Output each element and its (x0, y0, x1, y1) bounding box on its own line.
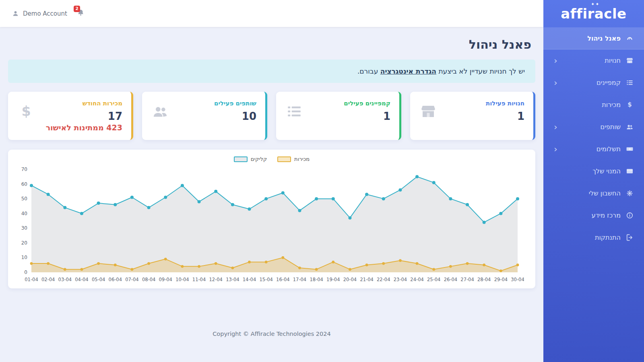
list-icon (626, 79, 634, 86)
svg-text:30-04: 30-04 (511, 277, 524, 282)
svg-text:07-04: 07-04 (125, 277, 138, 282)
legend-label: מכירות (294, 156, 310, 162)
logo-sparkles-icon: ✦✦ (591, 2, 600, 7)
users-icon (151, 103, 169, 120)
svg-text:15-04: 15-04 (259, 277, 272, 282)
sidebar-item-label: מרכז מידע (592, 212, 621, 219)
chart-area: 01020304050607001-0402-0403-0404-0405-04… (13, 164, 530, 286)
main-content: פאנל ניהול יש לך חנויות שעדיין לא ביצעת … (0, 27, 543, 362)
clicks-sales-line-chart: 01020304050607001-0402-0403-0404-0405-04… (14, 164, 524, 284)
page-title: פאנל ניהול (0, 27, 543, 59)
legend-swatch (234, 156, 248, 162)
svg-text:50: 50 (21, 196, 27, 202)
notifications-button[interactable]: 2 (77, 9, 85, 18)
stat-card-monthly-sales: מכירות החודש17423 ממתינות לאישור$ (8, 92, 133, 140)
svg-text:30: 30 (21, 225, 27, 231)
stat-card-active-partners: שותפים פעילים10 (142, 92, 267, 140)
users-icon (626, 123, 634, 131)
svg-text:$: $ (21, 103, 31, 119)
svg-text:03-04: 03-04 (58, 277, 72, 282)
alert-text-before: יש לך חנויות שעדיין לא ביצעת (436, 67, 525, 75)
money-icon (626, 145, 634, 153)
integration-settings-link[interactable]: הגדרת אינטגרציה (380, 67, 436, 75)
info-icon (626, 212, 634, 219)
chevron-left-icon: ‹ (554, 145, 557, 154)
logo[interactable]: ✦✦ affiracle (543, 0, 644, 27)
svg-text:06-04: 06-04 (109, 277, 122, 282)
sidebar-item-my-account[interactable]: החשבון שלי (543, 182, 644, 204)
user-icon (12, 10, 19, 17)
dollar-icon: $ (626, 101, 634, 109)
svg-text:70: 70 (21, 167, 27, 172)
store-icon (626, 57, 634, 64)
alert-text-after: עבורם. (357, 67, 380, 75)
svg-text:28-04: 28-04 (477, 277, 491, 282)
svg-text:14-04: 14-04 (243, 277, 256, 282)
account-label: Demo Account (23, 10, 67, 17)
store-icon (419, 103, 438, 120)
svg-text:20: 20 (21, 240, 27, 246)
stat-card-active-campaigns: קמפיינים פעילים1 (276, 92, 401, 140)
svg-text:01-04: 01-04 (25, 277, 38, 282)
svg-text:18-04: 18-04 (310, 277, 323, 282)
svg-text:08-04: 08-04 (142, 277, 155, 282)
svg-text:10: 10 (21, 255, 27, 260)
svg-text:17-04: 17-04 (293, 277, 306, 282)
sidebar-item-info-center[interactable]: מרכז מידע (543, 204, 644, 226)
sidebar-item-stores[interactable]: חנויות‹ (543, 49, 644, 72)
legend-item-0[interactable]: קליקים (234, 156, 267, 162)
stat-card-subtext: 423 ממתינות לאישור (17, 123, 122, 132)
stat-card-active-stores: חנויות פעילות1 (410, 92, 535, 140)
sidebar-item-label: מכירות (602, 101, 621, 109)
logo-text: affiracle (561, 6, 626, 22)
sidebar-item-logout[interactable]: התנתקות (543, 226, 644, 249)
svg-text:11-04: 11-04 (192, 277, 206, 282)
footer-copyright: Copyright © Affiracle Technologies 2024 (0, 331, 543, 337)
sidebar: ✦✦ affiracle פאנל ניהולחנויות‹קמפיינים‹$… (543, 0, 644, 362)
card-icon (626, 167, 634, 175)
svg-text:24-04: 24-04 (410, 277, 423, 282)
svg-text:21-04: 21-04 (360, 277, 373, 282)
sidebar-item-label: המנוי שלך (592, 167, 621, 175)
gear-icon (626, 189, 634, 197)
svg-text:05-04: 05-04 (92, 277, 105, 282)
svg-text:29-04: 29-04 (494, 277, 508, 282)
svg-text:02-04: 02-04 (41, 277, 55, 282)
sidebar-item-label: שותפים (601, 123, 621, 131)
notification-badge: 2 (74, 6, 80, 12)
svg-text:23-04: 23-04 (394, 277, 407, 282)
logout-icon (626, 234, 634, 241)
chevron-left-icon: ‹ (554, 123, 557, 132)
chart-legend: קליקיםמכירות (13, 156, 530, 162)
sidebar-item-label: פאנל ניהול (587, 35, 621, 42)
svg-text:40: 40 (21, 211, 27, 216)
sidebar-menu: פאנל ניהולחנויות‹קמפיינים‹$מכירותשותפים‹… (543, 27, 644, 249)
legend-swatch (277, 156, 291, 162)
svg-text:60: 60 (21, 181, 27, 187)
svg-text:20-04: 20-04 (343, 277, 357, 282)
sidebar-item-label: חנויות (605, 57, 621, 64)
sidebar-item-payments[interactable]: תשלומים‹ (543, 138, 644, 160)
sidebar-item-label: התנתקות (595, 234, 621, 241)
svg-text:27-04: 27-04 (460, 277, 474, 282)
svg-text:16-04: 16-04 (276, 277, 289, 282)
chart-card: קליקיםמכירות 01020304050607001-0402-0403… (8, 150, 535, 288)
sidebar-item-sales[interactable]: $מכירות (543, 94, 644, 116)
sidebar-item-dashboard[interactable]: פאנל ניהול (543, 27, 644, 49)
svg-text:04-04: 04-04 (75, 277, 88, 282)
svg-text:12-04: 12-04 (209, 277, 222, 282)
sidebar-item-subscription[interactable]: המנוי שלך (543, 160, 644, 182)
svg-text:26-04: 26-04 (444, 277, 457, 282)
account-menu[interactable]: Demo Account (12, 10, 67, 17)
dollar-icon: $ (17, 103, 35, 120)
list-icon (285, 103, 303, 120)
sidebar-item-label: תשלומים (597, 145, 621, 153)
svg-text:19-04: 19-04 (326, 277, 340, 282)
chevron-left-icon: ‹ (554, 78, 557, 87)
sidebar-item-campaigns[interactable]: קמפיינים‹ (543, 72, 644, 94)
sidebar-item-label: קמפיינים (597, 79, 621, 86)
sidebar-item-partners[interactable]: שותפים‹ (543, 116, 644, 138)
svg-text:09-04: 09-04 (159, 277, 172, 282)
legend-item-1[interactable]: מכירות (277, 156, 310, 162)
topbar: Demo Account 2 (0, 0, 543, 27)
